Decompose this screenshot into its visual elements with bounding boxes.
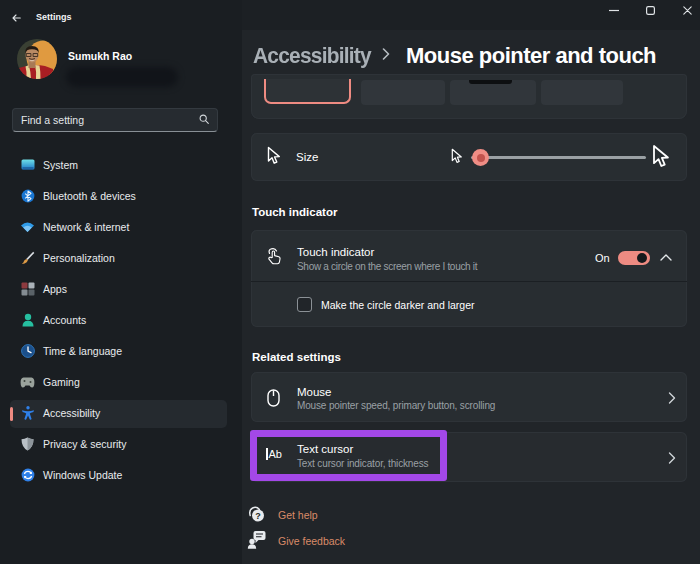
svg-text:?: ?	[255, 511, 261, 521]
